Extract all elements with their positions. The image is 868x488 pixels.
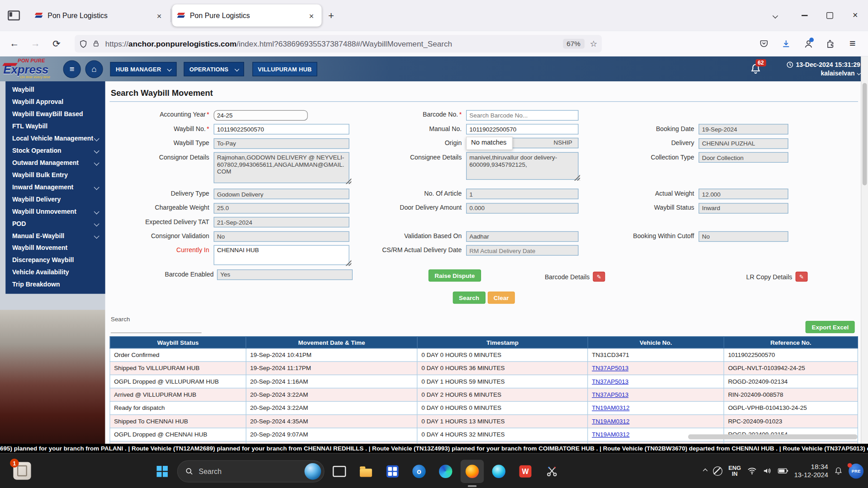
table-row: Shipped To VILLUPURAM HUB 19-Sep-2024 11… bbox=[110, 361, 858, 375]
new-tab-button[interactable]: + bbox=[323, 9, 340, 23]
no-internet-globe-icon[interactable] bbox=[713, 466, 722, 476]
firefox-view-icon[interactable] bbox=[5, 6, 24, 25]
export-excel-button[interactable]: Export Excel bbox=[806, 321, 855, 333]
role-dropdown[interactable]: HUB MANAGER bbox=[110, 62, 177, 76]
pre-recorder-badge[interactable]: PRE bbox=[849, 464, 863, 479]
account-icon[interactable] bbox=[799, 35, 817, 52]
cell-reference: 10119022500570 bbox=[724, 348, 858, 361]
hub-label[interactable]: VILLUPURAM HUB bbox=[252, 62, 317, 76]
bookmark-star-icon[interactable]: ☆ bbox=[590, 39, 597, 49]
snipping-tool-icon[interactable] bbox=[540, 460, 563, 483]
sidebar-item-inward-management[interactable]: Inward Management bbox=[5, 181, 105, 193]
pocket-icon[interactable] bbox=[755, 35, 773, 52]
currently-in-field[interactable]: CHENNAI HUB bbox=[214, 245, 349, 265]
file-explorer-icon[interactable] bbox=[354, 460, 377, 483]
taskbar-clock[interactable]: 18:34 13-12-2024 bbox=[794, 463, 828, 479]
battery-icon[interactable] bbox=[778, 468, 788, 474]
taskbar-corner-app[interactable]: 1 bbox=[13, 462, 31, 479]
vehicle-no-link[interactable]: TN37AP5013 bbox=[592, 378, 628, 385]
home-button[interactable]: ⌂ bbox=[85, 60, 103, 78]
sidebar-item-waybill-unmovement[interactable]: Waybill Unmovement bbox=[5, 205, 105, 217]
window-close-button[interactable]: × bbox=[843, 5, 868, 27]
firefox-icon-active[interactable] bbox=[461, 460, 484, 483]
lr-copy-details-edit-button[interactable]: ✎ bbox=[796, 272, 808, 282]
sidebar-item-outward-management[interactable]: Outward Management bbox=[5, 157, 105, 169]
window-maximize-button[interactable] bbox=[817, 5, 842, 27]
microsoft-365-icon[interactable] bbox=[381, 460, 404, 483]
vehicle-no-link[interactable]: TN37AP5013 bbox=[592, 365, 628, 371]
reload-icon[interactable]: ⟳ bbox=[47, 35, 65, 52]
consignee-details-field[interactable]: manivel,thiruvallur door delivery-600099… bbox=[466, 152, 579, 179]
list-all-tabs-icon[interactable] bbox=[773, 13, 778, 18]
sidebar-item-waybill-bulk-entry[interactable]: Waybill Bulk Entry bbox=[5, 169, 105, 181]
sidebar-item-waybill-delivery[interactable]: Waybill Delivery bbox=[5, 193, 105, 205]
sidebar-item-trip-breakdown[interactable]: Trip Breakdown bbox=[5, 278, 105, 291]
sidebar-item-discrepancy-waybill[interactable]: Discrepancy Waybill bbox=[5, 254, 105, 266]
wifi-icon[interactable] bbox=[747, 467, 757, 474]
sidebar-item-waybill-movement[interactable]: Waybill Movement bbox=[5, 242, 105, 254]
url-bar[interactable]: https://anchor.ponpurelogistics.com/inde… bbox=[75, 35, 602, 52]
tab-2-active[interactable]: Pon Pure Logistics × bbox=[172, 5, 322, 27]
shield-icon[interactable] bbox=[79, 39, 87, 48]
sidebar-item-stock-operation[interactable]: Stock Operation bbox=[5, 145, 105, 157]
lock-icon[interactable] bbox=[92, 39, 99, 48]
clear-button[interactable]: Clear bbox=[487, 291, 515, 304]
notifications-bell-icon[interactable] bbox=[834, 466, 842, 475]
tab-close-icon[interactable]: × bbox=[153, 9, 165, 21]
hidden-icons-chevron[interactable] bbox=[703, 469, 708, 473]
barcode-details-edit-button[interactable]: ✎ bbox=[593, 272, 605, 282]
volume-icon[interactable] bbox=[763, 467, 772, 474]
barcode-details-group: Barcode Details✎ bbox=[545, 272, 605, 282]
search-highlight-icon[interactable] bbox=[304, 463, 321, 480]
sidebar-item-manual-e-waybill[interactable]: Manual E-Waybill bbox=[5, 230, 105, 242]
consignor-details-field[interactable]: Rajmohan,GODOWN DELIVERY @ NEYVELI-60780… bbox=[214, 152, 349, 183]
module-dropdown[interactable]: OPERATIONS bbox=[184, 62, 244, 76]
sidebar-item-waybill[interactable]: Waybill bbox=[5, 84, 105, 96]
sidebar-item-pod[interactable]: POD bbox=[5, 217, 105, 230]
back-icon[interactable]: ← bbox=[5, 35, 23, 52]
window-minimize-button[interactable] bbox=[792, 5, 817, 27]
manual-no-field[interactable] bbox=[466, 124, 579, 134]
csrm-actual-delivery-date-field bbox=[466, 245, 579, 255]
sidebar-item-ftl-waybill[interactable]: FTL Waybill bbox=[5, 120, 105, 132]
downloads-icon[interactable] bbox=[777, 35, 795, 52]
vehicle-no-link[interactable]: TN19AM0312 bbox=[592, 404, 629, 411]
browser-swirl-icon[interactable] bbox=[487, 460, 510, 483]
user-menu[interactable]: kalaiselvan bbox=[787, 69, 860, 77]
table-row: OGPL Dropped @ VILLUPURAM HUB 20-Sep-202… bbox=[110, 375, 858, 388]
barcode-no-field[interactable] bbox=[466, 110, 579, 120]
vertical-scrollbar-thumb[interactable] bbox=[863, 83, 867, 186]
horizontal-scrollbar-thumb[interactable] bbox=[688, 434, 858, 439]
edge-icon[interactable] bbox=[434, 460, 457, 483]
vehicle-no-link[interactable]: TN37AP5013 bbox=[592, 391, 628, 398]
start-button[interactable] bbox=[151, 460, 174, 483]
menu-toggle-button[interactable]: ≡ bbox=[63, 60, 81, 78]
waybill-search-form: Accounting Year* Barcode No.* Waybill No… bbox=[109, 109, 858, 267]
tab-close-icon[interactable]: × bbox=[306, 9, 317, 21]
table-search-input[interactable] bbox=[111, 324, 202, 333]
language-indicator[interactable]: ENGIN bbox=[728, 465, 741, 477]
sidebar-item-label: Outward Management bbox=[12, 160, 79, 166]
outlook-icon[interactable]: o bbox=[407, 460, 430, 483]
search-button[interactable]: Search bbox=[453, 291, 485, 304]
sidebar-item-vehicle-availability[interactable]: Vehicle Availability bbox=[5, 266, 105, 278]
extensions-icon[interactable] bbox=[821, 35, 839, 52]
vehicle-no-link[interactable]: TN19AM0312 bbox=[592, 431, 629, 438]
url-text[interactable]: https://anchor.ponpurelogistics.com/inde… bbox=[105, 39, 557, 48]
wps-office-icon[interactable]: W bbox=[514, 460, 537, 483]
sidebar-item-local-vehicle-management[interactable]: Local Vehicle Management bbox=[5, 132, 105, 145]
raise-dispute-button[interactable]: Raise Dispute bbox=[429, 269, 481, 282]
widgets-app-icon[interactable] bbox=[328, 460, 351, 483]
notifications-button[interactable]: 62 bbox=[750, 63, 761, 76]
app-menu-icon[interactable]: ≡ bbox=[844, 35, 861, 52]
sidebar-item-waybill-approval[interactable]: Waybill Approval bbox=[5, 96, 105, 108]
zoom-level-indicator[interactable]: 67% bbox=[563, 39, 585, 49]
vehicle-no-link[interactable]: TN19AM0312 bbox=[592, 418, 629, 424]
actual-weight-field bbox=[698, 189, 788, 199]
vertical-scrollbar[interactable] bbox=[861, 56, 868, 444]
waybill-no-field[interactable] bbox=[214, 124, 349, 134]
taskbar-search-box[interactable]: Search bbox=[177, 460, 325, 483]
sidebar-item-waybill-ewaybill-based[interactable]: Waybill EwayBill Based bbox=[5, 108, 105, 120]
accounting-year-field[interactable] bbox=[214, 110, 308, 120]
tab-1[interactable]: Pon Pure Logistics × bbox=[30, 5, 170, 27]
